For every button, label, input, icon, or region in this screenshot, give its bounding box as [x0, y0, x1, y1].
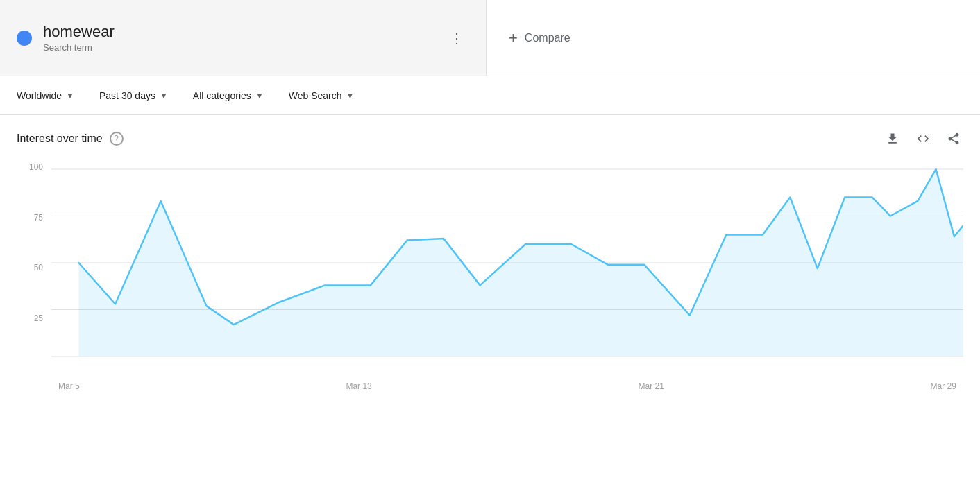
interest-over-time-section: Interest over time ? 100	[0, 115, 980, 391]
header-menu-button[interactable]: ⋮	[444, 26, 469, 51]
share-icon	[947, 132, 961, 146]
section-title: Interest over time	[17, 132, 103, 145]
code-icon	[916, 132, 930, 146]
x-label-mar21: Mar 21	[639, 381, 664, 391]
search-term-subtitle: Search term	[43, 42, 115, 53]
compare-label: Compare	[525, 32, 571, 44]
download-icon	[886, 132, 899, 146]
search-dot	[17, 31, 32, 46]
compare-button[interactable]: + Compare	[509, 29, 571, 47]
category-filter[interactable]: All categories ▼	[183, 86, 273, 105]
search-type-chevron-icon: ▼	[346, 91, 355, 101]
search-term-title: homewear	[43, 23, 115, 41]
search-term-block: homewear Search term	[43, 23, 115, 53]
download-button[interactable]	[883, 129, 902, 148]
time-chevron-icon: ▼	[160, 91, 168, 101]
header: homewear Search term ⋮ + Compare	[0, 0, 980, 76]
x-label-mar5: Mar 5	[58, 381, 80, 391]
region-chevron-icon: ▼	[66, 91, 74, 101]
section-header: Interest over time ?	[17, 129, 963, 148]
share-button[interactable]	[944, 129, 963, 148]
filters-bar: Worldwide ▼ Past 30 days ▼ All categorie…	[0, 76, 980, 115]
x-label-mar13: Mar 13	[346, 381, 371, 391]
embed-button[interactable]	[913, 129, 933, 148]
x-label-mar29: Mar 29	[931, 381, 956, 391]
help-icon[interactable]: ?	[110, 132, 124, 146]
search-type-filter[interactable]: Web Search ▼	[279, 86, 364, 105]
section-title-group: Interest over time ?	[17, 132, 124, 146]
header-left: homewear Search term ⋮	[0, 0, 486, 76]
section-actions	[883, 129, 963, 148]
time-filter-label: Past 30 days	[99, 90, 155, 101]
category-chevron-icon: ▼	[255, 91, 264, 101]
y-label-75: 75	[34, 213, 43, 223]
chart-container: 100 75 50 25 Mar 5 Mar 13 Mar 21 Mar 29	[17, 155, 963, 391]
search-type-filter-label: Web Search	[289, 90, 342, 101]
header-right: + Compare	[486, 0, 980, 76]
y-axis-labels: 100 75 50 25	[17, 162, 49, 363]
y-label-25: 25	[34, 313, 43, 323]
region-filter-label: Worldwide	[17, 90, 62, 101]
category-filter-label: All categories	[193, 90, 251, 101]
y-label-100: 100	[29, 162, 43, 172]
time-filter[interactable]: Past 30 days ▼	[90, 86, 178, 105]
y-label-50: 50	[34, 263, 43, 273]
chart-svg	[51, 162, 963, 363]
compare-plus-icon: +	[509, 29, 518, 47]
region-filter[interactable]: Worldwide ▼	[7, 86, 84, 105]
